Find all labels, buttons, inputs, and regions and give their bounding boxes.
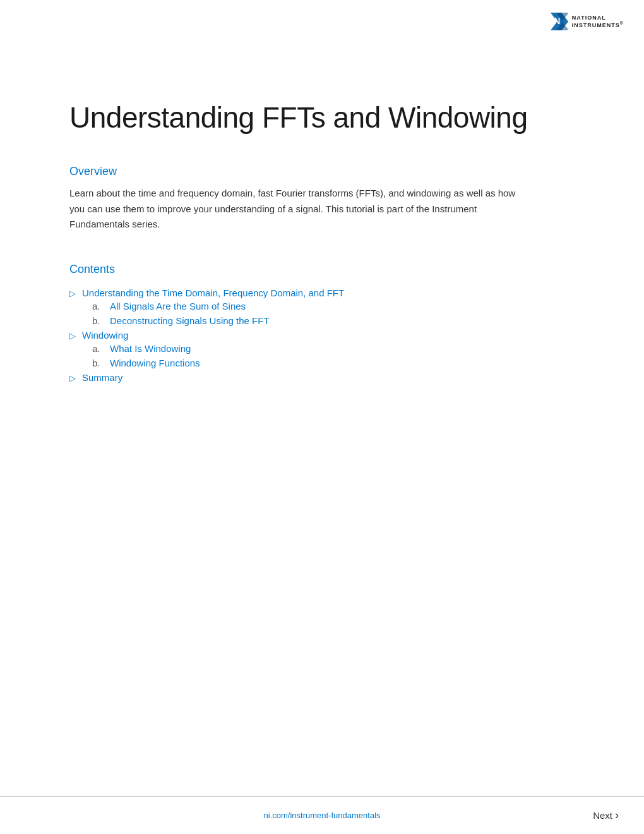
ni-logo-text: NATIONAL INSTRUMENTS® [572, 15, 624, 28]
toc-chevron-1: ▷ [69, 289, 76, 298]
toc-item-1: ▷ Understanding the Time Domain, Frequen… [69, 287, 575, 298]
toc-link-1[interactable]: Understanding the Time Domain, Frequency… [82, 287, 344, 298]
toc-sublist-2: a. What Is Windowing b. Windowing Functi… [92, 343, 575, 368]
svg-text:N: N [554, 16, 560, 26]
toc-link-2[interactable]: Windowing [82, 330, 128, 341]
toc-sub-label-1a: a. [92, 301, 105, 311]
toc-sub-link-1a[interactable]: All Signals Are the Sum of Sines [110, 301, 246, 311]
toc-sub-link-2a[interactable]: What Is Windowing [110, 343, 191, 354]
toc-sub-label-2a: a. [92, 343, 105, 354]
next-chevron-icon: › [615, 809, 619, 822]
footer: ni.com/instrument-fundamentals Next › [0, 796, 644, 834]
toc-chevron-2: ▷ [69, 331, 76, 341]
toc-sub-item-1a: a. All Signals Are the Sum of Sines [92, 301, 575, 311]
toc-sub-link-1b[interactable]: Deconstructing Signals Using the FFT [110, 315, 270, 326]
page-container: N NATIONAL INSTRUMENTS® Understanding FF… [0, 0, 644, 834]
next-label: Next [593, 810, 612, 821]
toc-list: ▷ Understanding the Time Domain, Frequen… [69, 287, 575, 383]
toc-sub-label-1b: b. [92, 315, 105, 326]
toc-sub-label-2b: b. [92, 358, 105, 368]
contents-section: Contents ▷ Understanding the Time Domain… [69, 263, 575, 383]
toc-item-2: ▷ Windowing [69, 330, 575, 341]
page-title: Understanding FFTs and Windowing [69, 101, 575, 135]
toc-item-3: ▷ Summary [69, 372, 575, 383]
ni-logo-icon: N [551, 13, 568, 30]
contents-heading: Contents [69, 263, 575, 276]
header: N NATIONAL INSTRUMENTS® [551, 13, 624, 30]
toc-chevron-3: ▷ [69, 373, 76, 383]
overview-section: Overview Learn about the time and freque… [69, 165, 575, 233]
toc-sub-item-2b: b. Windowing Functions [92, 358, 575, 368]
toc-sub-item-2a: a. What Is Windowing [92, 343, 575, 354]
toc-link-3[interactable]: Summary [82, 372, 122, 383]
ni-logo: N NATIONAL INSTRUMENTS® [551, 13, 624, 30]
toc-sub-item-1b: b. Deconstructing Signals Using the FFT [92, 315, 575, 326]
next-button[interactable]: Next › [593, 809, 619, 822]
main-content: Understanding FFTs and Windowing Overvie… [0, 0, 644, 449]
overview-text: Learn about the time and frequency domai… [69, 186, 524, 233]
footer-url[interactable]: ni.com/instrument-fundamentals [264, 811, 381, 820]
overview-heading: Overview [69, 165, 575, 178]
toc-sub-link-2b[interactable]: Windowing Functions [110, 358, 200, 368]
toc-sublist-1: a. All Signals Are the Sum of Sines b. D… [92, 301, 575, 326]
